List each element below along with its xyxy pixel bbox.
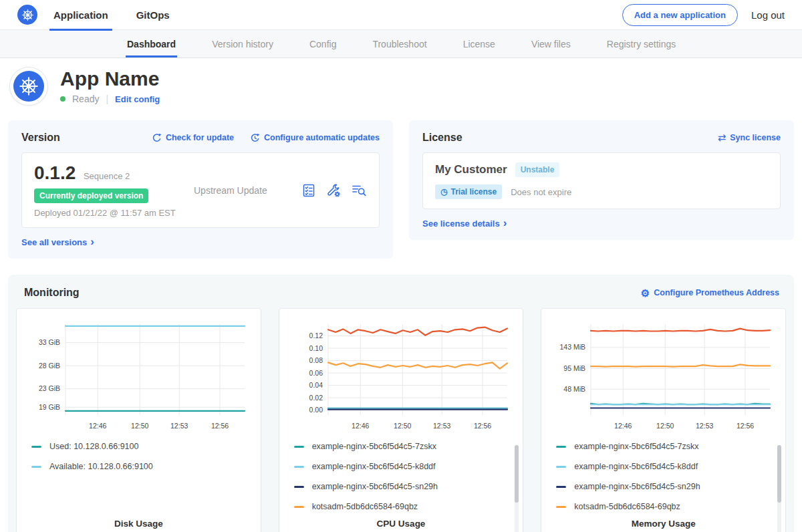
license-card-title: License	[422, 132, 462, 144]
svg-text:23 GiB: 23 GiB	[39, 384, 60, 392]
cpu-usage-chart: 0.120.100.080.060.040.020.0012:4612:5012…	[279, 317, 523, 435]
svg-text:0.00: 0.00	[309, 406, 323, 414]
stopwatch-icon: ◷	[440, 187, 447, 196]
sync-license-label: Sync license	[730, 133, 781, 142]
legend-item: Available: 10.128.0.66:9100	[31, 462, 261, 471]
legend-color-dash	[556, 446, 566, 448]
legend-item: example-nginx-5bc6f5d4c5-7zskx	[294, 442, 523, 451]
add-application-button[interactable]: Add a new application	[622, 4, 738, 26]
app-header: App Name Ready | Edit config	[0, 58, 802, 114]
svg-text:143 MiB: 143 MiB	[559, 343, 585, 351]
edit-config-link[interactable]: Edit config	[115, 94, 160, 104]
status-label: Ready	[72, 94, 99, 104]
diff-search-icon[interactable]	[351, 183, 367, 197]
legend-item: example-nginx-5bc6f5d4c5-k8ddf	[294, 462, 523, 471]
legend-item: example-nginx-5bc6f5d4c5-k8ddf	[556, 462, 785, 471]
see-license-details-link[interactable]: See license details ›	[422, 218, 507, 229]
subnav-tab-version-history[interactable]: Version history	[212, 30, 273, 57]
subnav-tab-view-files[interactable]: View files	[531, 30, 571, 57]
svg-text:28 GiB: 28 GiB	[39, 362, 60, 370]
legend-item: Used: 10.128.0.66:9100	[31, 442, 261, 451]
legend-color-dash	[556, 506, 566, 508]
ready-status-dot	[60, 96, 65, 102]
subnav-tab-config[interactable]: Config	[309, 30, 336, 57]
legend-color-dash	[31, 466, 41, 468]
license-card: License ⇄ Sync license My Customer Unsta…	[409, 120, 794, 240]
top-tab-application[interactable]: Application	[52, 0, 110, 30]
monitoring-title: Monitoring	[24, 287, 80, 299]
legend-label: kotsadm-5db6dc6584-69qbz	[574, 502, 680, 511]
top-tab-gitops[interactable]: GitOps	[135, 0, 171, 30]
configure-automatic-updates-label: Configure automatic updates	[264, 133, 380, 142]
legend-label: example-nginx-5bc6f5d4c5-k8ddf	[574, 462, 698, 471]
logout-button[interactable]: Log out	[751, 9, 785, 21]
clock-refresh-icon	[250, 133, 260, 143]
see-all-versions-link[interactable]: See all versions ›	[21, 237, 94, 248]
svg-text:19 GiB: 19 GiB	[39, 403, 60, 411]
trial-license-badge: ◷ Trial license	[435, 184, 502, 199]
legend-label: example-nginx-5bc6f5d4c5-7zskx	[312, 442, 436, 451]
svg-text:12:53: 12:53	[696, 422, 713, 430]
version-card-title: Version	[21, 132, 60, 144]
svg-text:0.12: 0.12	[309, 331, 323, 340]
legend-scrollbar-thumb[interactable]	[515, 445, 519, 503]
svg-text:12:50: 12:50	[656, 422, 674, 430]
app-avatar	[9, 67, 48, 106]
license-expiry-label: Does not expire	[511, 187, 571, 197]
legend-color-dash	[294, 486, 304, 488]
legend-label: example-nginx-5bc6f5d4c5-sn29h	[312, 482, 438, 491]
svg-text:95 MiB: 95 MiB	[563, 364, 585, 372]
legend-scrollbar-track	[515, 445, 519, 532]
wrench-gear-icon[interactable]	[326, 183, 341, 198]
kubernetes-wheel-icon	[13, 71, 44, 102]
svg-text:12:56: 12:56	[211, 422, 229, 430]
svg-text:12:53: 12:53	[170, 422, 188, 430]
check-for-update-link[interactable]: Check for update	[152, 133, 234, 143]
chevron-right-icon: ›	[503, 217, 507, 229]
svg-text:12:50: 12:50	[394, 422, 411, 430]
svg-text:0.10: 0.10	[309, 344, 323, 352]
sequence-label: Sequence 2	[84, 171, 130, 181]
version-card: Version Check for update	[8, 120, 393, 259]
legend-item: example-nginx-5bc6f5d4c5-sn29h	[556, 482, 785, 491]
svg-text:0.04: 0.04	[309, 381, 323, 389]
gear-icon: ⚙	[641, 288, 650, 298]
top-nav: Application GitOps	[52, 0, 171, 30]
svg-text:12:50: 12:50	[131, 422, 148, 430]
legend-color-dash	[294, 506, 304, 508]
sync-arrows-icon: ⇄	[718, 132, 726, 144]
subnav-tab-troubleshoot[interactable]: Troubleshoot	[372, 30, 426, 57]
svg-text:33 GiB: 33 GiB	[39, 338, 60, 346]
subnav-tab-dashboard[interactable]: Dashboard	[127, 30, 176, 57]
topbar: Application GitOps Add a new application…	[0, 0, 802, 30]
app-subnav: Dashboard Version history Config Trouble…	[0, 30, 802, 58]
configure-prometheus-link[interactable]: ⚙ Configure Prometheus Address	[641, 288, 779, 298]
svg-text:0.08: 0.08	[309, 356, 323, 364]
legend-scrollbar-thumb[interactable]	[777, 445, 781, 503]
subnav-tab-registry-settings[interactable]: Registry settings	[607, 30, 676, 57]
memory-usage-legend: example-nginx-5bc6f5d4c5-7zskxexample-ng…	[556, 442, 785, 511]
svg-text:12:53: 12:53	[433, 422, 450, 430]
trial-license-label: Trial license	[450, 187, 497, 196]
deployed-timestamp: Deployed 01/21/22 @ 11:57 am EST	[34, 208, 191, 218]
topbar-actions: Add a new application Log out	[622, 4, 785, 26]
legend-color-dash	[294, 466, 304, 468]
svg-text:12:56: 12:56	[737, 422, 754, 430]
sync-license-link[interactable]: ⇄ Sync license	[718, 132, 781, 144]
legend-color-dash	[556, 486, 566, 488]
svg-text:12:46: 12:46	[614, 422, 632, 430]
divider: |	[106, 94, 108, 104]
configure-automatic-updates-link[interactable]: Configure automatic updates	[250, 133, 380, 143]
svg-text:48 MiB: 48 MiB	[563, 385, 585, 393]
checklist-icon[interactable]	[301, 183, 316, 198]
see-license-details-label: See license details	[422, 219, 500, 229]
legend-label: Used: 10.128.0.66:9100	[49, 442, 138, 451]
legend-item: kotsadm-5db6dc6584-69qbz	[556, 502, 785, 511]
legend-label: Available: 10.128.0.66:9100	[49, 462, 153, 471]
see-all-versions-label: See all versions	[21, 237, 87, 247]
svg-text:12:46: 12:46	[89, 422, 106, 430]
legend-color-dash	[31, 446, 41, 448]
subnav-tab-license[interactable]: License	[463, 30, 495, 57]
disk-usage-chart: 33 GiB28 GiB23 GiB19 GiB12:4612:5012:531…	[17, 317, 261, 435]
channel-badge: Unstable	[515, 162, 560, 177]
